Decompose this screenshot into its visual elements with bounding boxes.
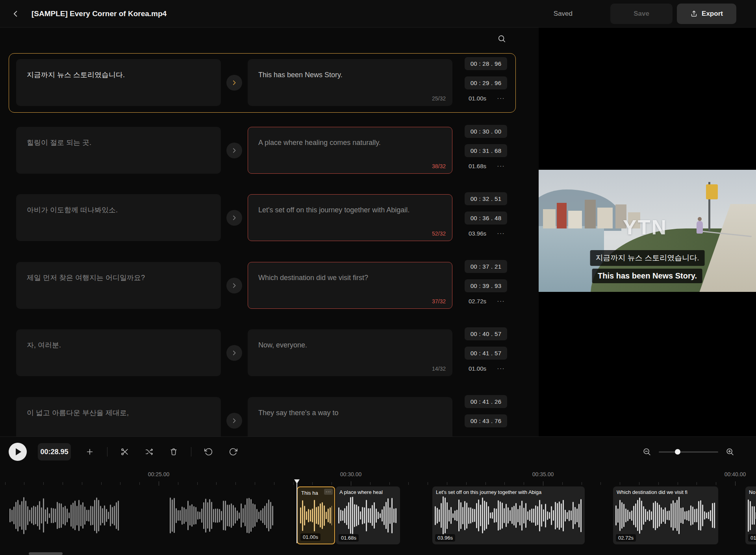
waveform-bar <box>578 504 580 527</box>
source-text-card[interactable]: 제일 먼저 찾은 여행지는 어디일까요? <box>16 262 221 309</box>
waveform-bar <box>549 512 550 519</box>
start-time[interactable]: 00 : 40 . 57 <box>465 327 507 340</box>
waveform-bar <box>225 501 226 531</box>
audio-clip[interactable]: Which destination did we visit fi ··· 02… <box>613 486 718 544</box>
target-text-card[interactable]: Let's set off on this journey together w… <box>248 194 452 241</box>
source-text-card[interactable]: 지금까지 뉴스 스토리였습니다. <box>16 59 221 106</box>
waveform-bar <box>172 499 173 532</box>
waveform-bar <box>710 510 711 521</box>
waveform-bar <box>330 507 331 523</box>
translate-arrow-button[interactable] <box>226 278 242 293</box>
clip-more-button[interactable]: ··· <box>324 489 333 495</box>
waveform-bar <box>508 507 509 523</box>
waveform-bar <box>502 503 503 529</box>
horizontal-scrollbar[interactable] <box>29 552 63 555</box>
waveform-bar <box>211 502 212 529</box>
start-time[interactable]: 00 : 30 . 00 <box>465 125 507 138</box>
audio-clip[interactable]: No ··· 01 <box>745 486 756 544</box>
end-time[interactable]: 00 : 43 . 76 <box>465 414 507 427</box>
back-button[interactable] <box>9 7 22 20</box>
end-time[interactable]: 00 : 41 . 57 <box>465 347 507 360</box>
start-time[interactable]: 00 : 41 . 26 <box>465 395 507 408</box>
audio-clip[interactable]: Let's set off on this journey together w… <box>432 486 585 544</box>
target-text-card[interactable]: A place where healing comes naturally. 3… <box>248 127 452 174</box>
search-button[interactable] <box>495 32 508 45</box>
waveform-bar <box>659 505 660 527</box>
waveform-bar <box>352 497 353 534</box>
translate-arrow-button[interactable] <box>226 75 242 91</box>
waveform-bar <box>519 505 521 525</box>
waveform-bar <box>510 510 511 521</box>
more-options-button[interactable]: ··· <box>497 230 505 237</box>
top-bar: [SAMPLE] Every Corner of Korea.mp4 Saved… <box>0 0 756 28</box>
source-text-card[interactable]: 자, 여러분. <box>16 329 221 376</box>
waveform-bar <box>639 497 640 534</box>
waveform-bar <box>504 508 505 523</box>
target-text: A place where healing comes naturally. <box>248 127 452 148</box>
duration-label: 01.00s <box>469 95 486 102</box>
save-button[interactable]: Save <box>610 4 673 24</box>
source-text-card[interactable]: 힐링이 절로 되는 곳. <box>16 127 221 174</box>
waveform-bar <box>250 499 252 532</box>
subtitle-list: 지금까지 뉴스 스토리였습니다. This has been News Stor… <box>0 28 539 436</box>
duration-label: 03.96s <box>469 230 486 237</box>
waveform-bar <box>246 498 248 533</box>
waveform-bar <box>110 505 111 526</box>
waveform-bar <box>178 510 179 521</box>
translate-arrow-button[interactable] <box>226 210 242 226</box>
waveform-bar <box>51 508 52 523</box>
waveform-bar <box>655 501 656 530</box>
start-time[interactable]: 00 : 32 . 51 <box>465 192 507 205</box>
source-text-card[interactable]: 이 넓고 아름다운 부산을 제대로, <box>16 397 221 436</box>
waveform-bar <box>478 499 479 531</box>
waveform-bar <box>318 506 319 525</box>
waveform-bar <box>229 505 230 527</box>
source-text: 자, 여러분. <box>17 330 220 350</box>
translate-arrow-button[interactable] <box>226 345 242 361</box>
target-text-card[interactable]: They say there's a way to <box>248 397 452 436</box>
translate-arrow-button[interactable] <box>226 413 242 429</box>
chevron-right-icon <box>231 417 238 424</box>
more-options-button[interactable]: ··· <box>497 365 505 372</box>
clip-label: Which destination did we visit fi <box>617 489 715 495</box>
time-column: 00 : 32 . 51 00 : 36 . 48 03.96s ··· <box>465 192 507 237</box>
end-time[interactable]: 00 : 39 . 93 <box>465 279 507 292</box>
target-text-card[interactable]: Which destination did we visit first? 37… <box>248 262 452 309</box>
end-time[interactable]: 00 : 31 . 68 <box>465 144 507 157</box>
video-subtitle-overlay: 지금까지 뉴스 스토리였습니다. This has been News Stor… <box>590 250 705 283</box>
export-label: Export <box>702 10 723 18</box>
waveform-bar <box>264 506 265 525</box>
waveform-bar <box>84 507 85 525</box>
playhead[interactable] <box>294 479 300 543</box>
waveform-bar <box>621 502 623 529</box>
audio-clip[interactable]: A place where heal ··· 01.68s <box>336 486 400 544</box>
audio-clip[interactable]: This ha ··· 01.00s <box>297 486 335 544</box>
end-time[interactable]: 00 : 29 . 96 <box>465 76 507 89</box>
target-text-card[interactable]: This has been News Story. 25/32 <box>248 59 452 106</box>
waveform-bar <box>750 501 751 530</box>
translate-arrow-button[interactable] <box>226 143 242 158</box>
waveform-bar <box>661 507 662 524</box>
waveform-bar <box>627 510 628 521</box>
waveform-bar <box>490 512 491 518</box>
waveform-bar <box>88 510 89 522</box>
waveform-bar <box>306 511 307 520</box>
waveform-bar <box>254 504 256 527</box>
export-button[interactable]: Export <box>677 4 736 24</box>
waveform-bar <box>633 506 634 525</box>
start-time[interactable]: 00 : 37 . 21 <box>465 260 507 273</box>
waveform-bar <box>669 510 670 520</box>
more-options-button[interactable]: ··· <box>497 163 505 169</box>
waveform-bar <box>13 507 15 524</box>
waveform-bar <box>653 503 654 528</box>
end-time[interactable]: 00 : 36 . 48 <box>465 212 507 225</box>
char-count: 25/32 <box>432 95 446 102</box>
target-text-card[interactable]: Now, everyone. 14/32 <box>248 329 452 376</box>
time-column: 00 : 30 . 00 00 : 31 . 68 01.68s ··· <box>465 125 507 169</box>
waveform-bar <box>248 498 250 533</box>
start-time[interactable]: 00 : 28 . 96 <box>465 57 507 70</box>
more-options-button[interactable]: ··· <box>497 298 505 304</box>
waveform-bar <box>704 511 705 520</box>
more-options-button[interactable]: ··· <box>497 95 505 102</box>
source-text-card[interactable]: 아비가 이도함께 떠나봐있소. <box>16 194 221 241</box>
